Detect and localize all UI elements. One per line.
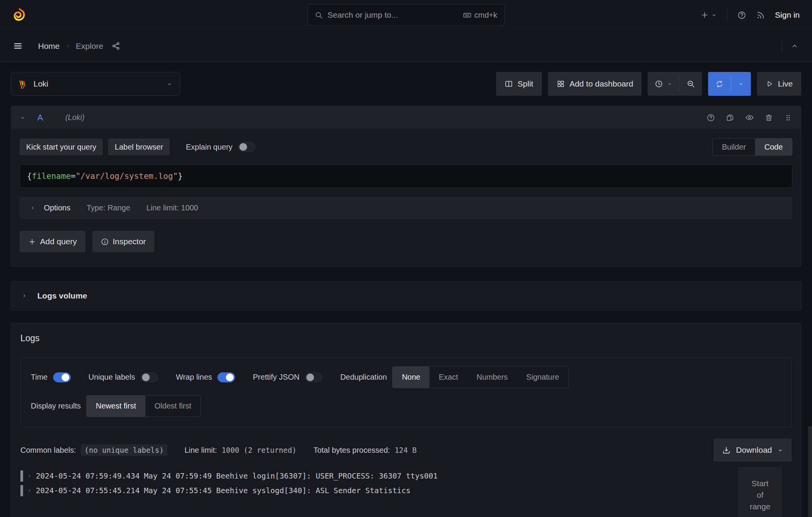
keyboard-icon xyxy=(463,11,471,19)
wrap-lines-toggle[interactable] xyxy=(217,372,235,382)
chevron-down-icon xyxy=(777,447,783,453)
log-row[interactable]: 2024-05-24 07:55:45.214 May 24 07:55:45 … xyxy=(20,485,792,496)
split-button[interactable]: Split xyxy=(496,72,542,96)
topnav-divider xyxy=(727,9,727,21)
news-icon[interactable] xyxy=(756,11,765,20)
chevron-right-icon[interactable] xyxy=(27,474,32,479)
mode-code-option[interactable]: Code xyxy=(755,138,792,155)
new-menu-button[interactable] xyxy=(700,11,717,19)
dedup-option-none[interactable]: None xyxy=(393,367,429,388)
plus-icon xyxy=(700,11,709,19)
result-order-group: Newest first Oldest first xyxy=(86,395,201,417)
add-to-dashboard-button[interactable]: Add to dashboard xyxy=(548,72,642,96)
search-placeholder: Search or jump to... xyxy=(327,10,398,20)
logql-query-input[interactable]: {filename="/var/log/system.log"} xyxy=(20,164,792,188)
unique-labels-label: Unique labels xyxy=(89,373,135,382)
breadcrumb-current: Explore xyxy=(76,42,103,51)
datasource-picker[interactable]: Loki xyxy=(11,72,180,96)
info-circle-icon xyxy=(101,238,109,246)
add-query-button[interactable]: Add query xyxy=(20,231,85,252)
search-icon xyxy=(315,11,323,19)
query-row-header: A (Loki) xyxy=(11,106,801,129)
chevron-right-icon[interactable] xyxy=(27,488,32,493)
menu-toggle-icon[interactable] xyxy=(13,41,23,51)
breadcrumb-home[interactable]: Home xyxy=(38,42,60,51)
share-icon[interactable] xyxy=(112,42,120,50)
scrollbar[interactable] xyxy=(808,426,812,517)
kick-start-query-button[interactable]: Kick start your query xyxy=(20,138,103,155)
query-options-row[interactable]: Options Type: Range Line limit: 1000 xyxy=(20,197,792,219)
logs-panel: Logs Time Unique labels Wrap lines Prett… xyxy=(11,323,801,517)
logs-volume-section[interactable]: Logs volume xyxy=(11,281,801,310)
logs-controls: Time Unique labels Wrap lines Prettify J… xyxy=(20,357,792,427)
datasource-name: Loki xyxy=(33,79,48,88)
time-picker-group xyxy=(648,72,702,96)
delete-query-icon[interactable] xyxy=(765,113,773,122)
time-picker-button[interactable] xyxy=(648,72,679,96)
query-equals: = xyxy=(71,172,76,181)
download-icon xyxy=(722,446,731,455)
log-timestamp: 2024-05-24 07:55:45.214 xyxy=(36,486,140,495)
refresh-interval-button[interactable] xyxy=(731,72,751,96)
duplicate-query-icon[interactable] xyxy=(726,113,734,122)
wrap-lines-label: Wrap lines xyxy=(176,373,212,382)
log-rows: 2024-05-24 07:59:49.434 May 24 07:59:49 … xyxy=(20,470,792,496)
drag-handle-icon[interactable] xyxy=(784,113,792,122)
deduplication-label: Deduplication xyxy=(340,373,387,382)
search-input[interactable]: Search or jump to... cmd+k xyxy=(307,4,505,26)
total-bytes-value: 124 B xyxy=(394,446,416,454)
line-limit-label: Line limit: xyxy=(184,446,217,455)
query-brace-close: } xyxy=(178,172,183,181)
query-datasource-hint: (Loki) xyxy=(65,113,85,122)
common-labels-label: Common labels: xyxy=(20,446,76,455)
explore-toolbar: Loki Split Add to dashboard xyxy=(11,72,801,96)
breadcrumb: Home Explore xyxy=(38,42,103,51)
breadcrumb-bar: Home Explore xyxy=(0,30,812,62)
query-help-icon[interactable] xyxy=(707,113,715,122)
logs-meta-row: Common labels: (no unique labels) Line l… xyxy=(20,438,792,462)
query-label-name: filename xyxy=(32,172,71,181)
split-icon xyxy=(505,80,513,88)
order-oldest-first-option[interactable]: Oldest first xyxy=(145,395,201,417)
log-level-bar xyxy=(20,485,23,496)
mode-builder-option[interactable]: Builder xyxy=(713,138,755,155)
logs-volume-title: Logs volume xyxy=(37,291,87,300)
log-message: May 24 07:59:49 Beehive login[36307]: US… xyxy=(144,472,438,480)
chevron-down-icon xyxy=(166,81,173,87)
query-ref-id[interactable]: A xyxy=(37,113,43,123)
chevron-down-icon[interactable] xyxy=(20,115,26,121)
crumbbar-divider xyxy=(782,40,782,52)
label-browser-button[interactable]: Label browser xyxy=(108,138,170,155)
zoom-out-time-button[interactable] xyxy=(680,72,702,96)
prettify-json-toggle[interactable] xyxy=(305,372,322,382)
run-query-button[interactable] xyxy=(708,72,731,96)
time-label: Time xyxy=(31,373,48,382)
options-type: Type: Range xyxy=(87,203,130,212)
explain-query-toggle[interactable] xyxy=(238,142,256,152)
dedup-option-signature[interactable]: Signature xyxy=(517,367,568,388)
log-row[interactable]: 2024-05-24 07:59:49.434 May 24 07:59:49 … xyxy=(20,470,792,482)
clock-icon xyxy=(655,80,663,88)
query-string-value: "/var/log/system.log" xyxy=(75,172,178,181)
download-button[interactable]: Download xyxy=(713,439,792,462)
order-newest-first-option[interactable]: Newest first xyxy=(87,395,145,417)
help-button[interactable] xyxy=(737,11,746,20)
dedup-option-exact[interactable]: Exact xyxy=(429,367,467,388)
query-editor-panel: A (Loki) Kick start your query Label bro… xyxy=(11,106,801,267)
query-editor-body: Kick start your query Label browser Expl… xyxy=(11,129,801,266)
grafana-logo[interactable] xyxy=(12,8,27,22)
display-results-label: Display results xyxy=(31,402,81,410)
deduplication-group: None Exact Numbers Signature xyxy=(392,366,569,388)
collapse-controls-icon[interactable] xyxy=(790,42,799,50)
play-icon xyxy=(765,80,773,88)
plus-icon xyxy=(28,238,36,246)
sign-in-link[interactable]: Sign in xyxy=(775,10,800,20)
unique-labels-toggle[interactable] xyxy=(140,372,158,382)
inspector-button[interactable]: Inspector xyxy=(92,231,154,252)
dedup-option-numbers[interactable]: Numbers xyxy=(467,367,517,388)
chevron-right-icon xyxy=(21,293,27,299)
apps-grid-icon xyxy=(556,80,565,88)
time-toggle[interactable] xyxy=(53,372,71,382)
live-button[interactable]: Live xyxy=(757,72,801,96)
toggle-visibility-icon[interactable] xyxy=(745,113,754,122)
